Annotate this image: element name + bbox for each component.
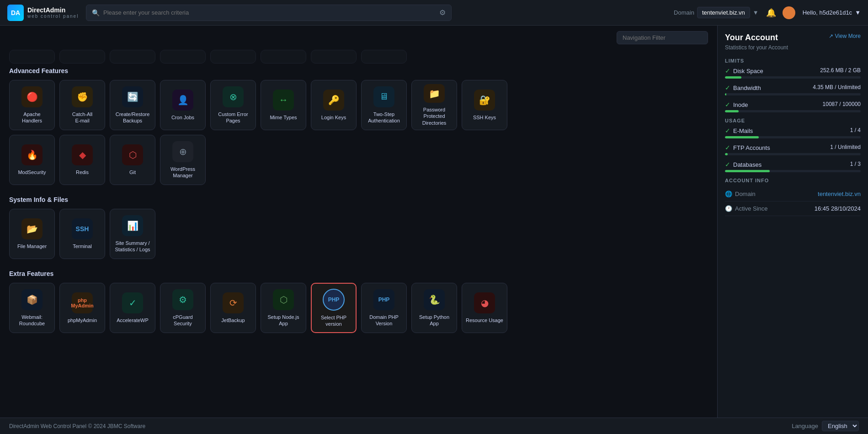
avatar[interactable]: [783, 6, 795, 19]
settings-icon[interactable]: ⚙: [439, 8, 446, 17]
user-greeting: Hello, h5d2e61d1c: [803, 9, 852, 16]
section-title-advanced: Advanced Features: [9, 67, 708, 74]
webmail-roundcube-label: Webmail:Roundcube: [19, 314, 45, 327]
language-select[interactable]: English: [822, 421, 859, 431]
phpmyadmin-icon: phpMyAdmin: [72, 292, 93, 313]
logo-title: DirectAdmin: [27, 6, 79, 14]
card-cron-jobs[interactable]: 👤 Cron Jobs: [160, 80, 206, 130]
search-bar[interactable]: 🔍 ⚙: [86, 5, 452, 21]
login-keys-label: Login Keys: [321, 114, 346, 121]
select-php-version-icon: PHP: [323, 289, 345, 311]
emails-label: ✓ E-Mails: [725, 127, 753, 134]
site-summary-icon: 📊: [122, 215, 143, 236]
domain-label: Domain: [674, 9, 694, 16]
card-domain-php-version[interactable]: PHP Domain PHPVersion: [361, 283, 407, 333]
card-cpguard-security[interactable]: ⚙ cPGuardSecurity: [160, 283, 206, 333]
card-select-php-version[interactable]: PHP Select PHPversion: [311, 283, 357, 333]
usage-section-title: USAGE: [725, 118, 861, 123]
account-info-section-title: ACCOUNT INFO: [725, 178, 861, 183]
logo-icon: DA: [7, 5, 24, 21]
user-chevron-icon[interactable]: ▼: [855, 9, 861, 16]
card-custom-error-pages[interactable]: ⊗ Custom ErrorPages: [210, 80, 256, 130]
nav-filter-bar: [9, 31, 708, 44]
partial-card-4: [160, 50, 206, 64]
card-catch-all-email[interactable]: ✊ Catch-AllE-mail: [59, 80, 105, 130]
disk-space-progress-bar: [725, 76, 861, 79]
card-wordpress-manager[interactable]: ⊕ WordPressManager: [160, 135, 206, 185]
ftp-progress-bar: [725, 153, 861, 155]
select-php-version-label: Select PHPversion: [321, 314, 346, 328]
terminal-label: Terminal: [73, 243, 92, 249]
inode-progress-bar: [725, 110, 861, 112]
view-more-link[interactable]: ↗ View More: [829, 33, 861, 39]
redis-label: Redis: [76, 169, 89, 175]
catch-all-email-label: Catch-AllE-mail: [72, 111, 93, 124]
partial-card-8: [361, 50, 407, 64]
card-webmail-roundcube[interactable]: 📦 Webmail:Roundcube: [9, 283, 55, 333]
apache-handlers-icon: 🔴: [21, 86, 43, 107]
cpguard-security-icon: ⚙: [172, 289, 193, 310]
card-redis[interactable]: ◆ Redis: [59, 135, 105, 185]
advanced-features-grid: 🔴 ApacheHandlers ✊ Catch-AllE-mail 🔄 Cre…: [9, 80, 708, 130]
card-password-protected-dirs[interactable]: 📁 PasswordProtectedDirectories: [411, 80, 457, 130]
card-two-step-auth[interactable]: 🖥 Two-StepAuthentication: [361, 80, 407, 130]
card-modsecurity[interactable]: 🔥 ModSecurity: [9, 135, 55, 185]
bandwidth-shield-icon: ✓: [725, 84, 730, 91]
setup-nodejs-app-label: Setup Node.jsApp: [267, 314, 299, 327]
card-resource-usage[interactable]: ◕ Resource Usage: [462, 283, 507, 333]
partial-card-3: [110, 50, 155, 64]
partial-card-6: [261, 50, 306, 64]
domain-chevron-icon[interactable]: ▼: [753, 9, 759, 16]
custom-error-pages-icon: ⊗: [223, 86, 244, 107]
catch-all-email-icon: ✊: [72, 86, 93, 107]
setup-nodejs-app-icon: ⬡: [273, 289, 294, 310]
card-acceleratewp[interactable]: ✓ AccelerateWP: [110, 283, 155, 333]
apache-handlers-label: ApacheHandlers: [22, 111, 42, 124]
card-site-summary[interactable]: 📊 Site Summary /Statistics / Logs: [110, 209, 155, 259]
domain-info-value[interactable]: tentenviet.biz.vn: [818, 191, 861, 197]
partial-card-1: [9, 50, 55, 64]
user-info: Hello, h5d2e61d1c ▼: [803, 9, 861, 16]
language-label: Language: [792, 423, 818, 429]
inode-shield-icon: ✓: [725, 101, 730, 108]
card-apache-handlers[interactable]: 🔴 ApacheHandlers: [9, 80, 55, 130]
domain-php-version-icon: PHP: [373, 289, 394, 310]
bell-icon[interactable]: 🔔: [766, 8, 776, 18]
nav-filter-input[interactable]: [617, 31, 708, 44]
card-setup-nodejs-app[interactable]: ⬡ Setup Node.jsApp: [261, 283, 306, 333]
card-create-restore-backups[interactable]: 🔄 Create/RestoreBackups: [110, 80, 155, 130]
databases-label: ✓ Databases: [725, 161, 761, 168]
inode-label: ✓ Inode: [725, 101, 748, 108]
jetbackup-label: JetBackup: [221, 317, 245, 323]
create-restore-backups-icon: 🔄: [122, 86, 143, 107]
card-git[interactable]: ⬡ Git: [110, 135, 155, 185]
section-title-extra: Extra Features: [9, 270, 708, 277]
ftp-label: ✓ FTP Accounts: [725, 144, 770, 151]
password-protected-dirs-label: PasswordProtectedDirectories: [422, 106, 447, 126]
file-manager-label: File Manager: [17, 243, 47, 249]
login-keys-icon: 🔑: [323, 90, 344, 111]
card-file-manager[interactable]: 📂 File Manager: [9, 209, 55, 259]
info-row-domain: 🌐 Domain tentenviet.biz.vn: [725, 187, 861, 201]
mime-types-icon: ↔: [273, 90, 294, 111]
databases-value: 1 / 3: [850, 161, 861, 168]
active-since-label: 🕐 Active Since: [725, 205, 768, 212]
card-mime-types[interactable]: ↔ Mime Types: [261, 80, 306, 130]
resource-usage-label: Resource Usage: [466, 317, 503, 323]
card-login-keys[interactable]: 🔑 Login Keys: [311, 80, 357, 130]
databases-shield-icon: ✓: [725, 161, 730, 168]
search-input[interactable]: [103, 9, 436, 16]
cron-jobs-icon: 👤: [172, 90, 193, 111]
site-summary-label: Site Summary /Statistics / Logs: [115, 240, 150, 253]
card-jetbackup[interactable]: ⟳ JetBackup: [210, 283, 256, 333]
domain-php-version-label: Domain PHPVersion: [369, 314, 399, 327]
card-ssh-keys[interactable]: 🔐 SSH Keys: [462, 80, 507, 130]
setup-python-app-label: Setup PythonApp: [419, 314, 449, 327]
cpguard-security-label: cPGuardSecurity: [173, 314, 192, 327]
partial-card-5: [210, 50, 256, 64]
card-phpmyadmin[interactable]: phpMyAdmin phpMyAdmin: [59, 283, 105, 333]
card-setup-python-app[interactable]: 🐍 Setup PythonApp: [411, 283, 457, 333]
section-system-info: System Info & Files 📂 File Manager SSH T…: [9, 196, 708, 259]
card-terminal[interactable]: SSH Terminal: [59, 209, 105, 259]
account-title: Your Account: [725, 33, 778, 42]
